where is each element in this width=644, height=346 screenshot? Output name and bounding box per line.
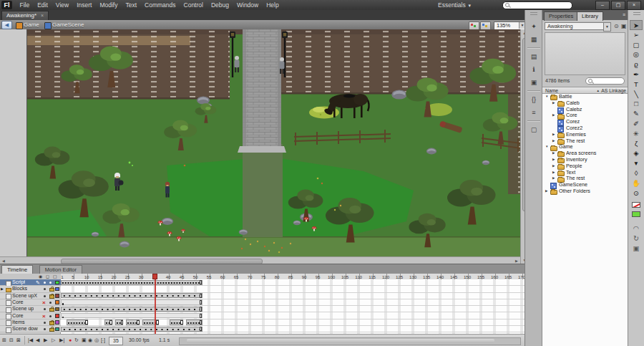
playhead-marker[interactable] [152,274,157,279]
visibility-hidden-icon[interactable]: × [42,299,46,306]
frame-span-end[interactable] [200,307,203,311]
step-forward-button[interactable]: ▷ [52,337,55,344]
document-tab[interactable]: Awakening*× [1,11,49,21]
rectangle-tool[interactable]: □ [630,99,643,109]
code-snippets-icon[interactable]: {} [525,95,542,105]
free-transform-tool[interactable]: ▢ [630,40,643,50]
edit-symbol-icon[interactable] [480,21,491,30]
lock-icon[interactable] [49,288,54,292]
pen-tool[interactable]: ✒ [630,69,643,80]
menu-modify[interactable]: Modify [96,0,122,10]
scroll-right-icon[interactable]: ▶ [513,258,520,264]
frames-items[interactable] [61,319,525,326]
layer-expander-icon[interactable]: ▶ [1,286,4,292]
new-library-panel-icon[interactable]: ▣ [621,23,627,30]
new-layer-button[interactable]: ⊞ [2,337,6,344]
tree-expander-icon[interactable]: ▶ [545,188,547,195]
close-tab-icon[interactable]: × [41,13,44,18]
outline-color-swatch[interactable] [55,287,59,292]
menu-view[interactable]: View [52,0,72,10]
library-item-people[interactable]: ▶People [542,163,628,170]
library-item-text[interactable]: ▶Text [542,170,628,176]
lock-icon[interactable] [49,308,54,312]
outline-all-icon[interactable]: ▢ [53,274,57,279]
scroll-left-icon[interactable]: ◀ [0,258,7,264]
frame-span[interactable] [61,293,203,298]
close-button[interactable]: × [627,1,641,10]
frame-span-end[interactable] [200,280,203,284]
maximize-button[interactable]: ▢ [611,1,625,10]
visibility-hidden-icon[interactable]: × [42,313,46,319]
tree-expander-icon[interactable]: ▼ [545,94,548,100]
menu-control[interactable]: Control [180,0,207,10]
frames-core[interactable] [61,313,525,319]
tree-expander-icon[interactable]: ▶ [552,150,555,157]
frames-blocks[interactable] [61,286,525,292]
hand-tool[interactable]: ✋ [630,178,643,188]
zoom-tool[interactable]: ⊙ [630,188,643,198]
bone-tool[interactable]: ζ [630,139,643,149]
loop-button[interactable]: ↻ [74,337,79,344]
frame-span-end[interactable] [137,320,140,325]
frame-span-end[interactable] [109,320,112,325]
paint-bucket-tool[interactable]: ◈ [630,148,643,158]
library-item-caleb[interactable]: ▶Caleb [542,100,628,107]
tree-expander-icon[interactable]: ▶ [552,100,555,107]
layer-scene-up[interactable]: Scene up [0,306,61,312]
frame-span-end[interactable] [180,320,183,325]
library-item-enemies[interactable]: ▶Enemies [542,132,628,138]
outline-color-swatch[interactable] [55,314,59,318]
library-item-calebz[interactable]: Calebz [542,107,628,113]
library-item-battle[interactable]: ▼Battle [542,94,628,100]
library-item-list[interactable]: ▼Battle▶CalebCalebz▶CoreCorezCorez2▶Enem… [542,94,628,346]
lock-icon[interactable] [49,294,54,299]
stroke-color-swatch[interactable] [632,202,640,208]
library-item-core[interactable]: ▶Core [542,112,628,119]
tools-grip[interactable] [633,12,640,15]
color-icon[interactable]: ▤ [525,52,542,62]
column-as-linkage[interactable]: AS Linkage [601,88,626,93]
visibility-dot[interactable] [44,308,46,310]
deco-tool[interactable]: ✳ [630,129,643,139]
frame-span-end[interactable] [200,314,203,318]
layer-blocks[interactable]: ▶Blocks [0,286,61,292]
layer-script[interactable]: Script✎ [0,279,61,286]
edit-multiple-frames-button[interactable]: [∙] [101,337,105,344]
tool-option-icon[interactable]: ↻ [630,234,643,244]
game-scene-canvas[interactable] [26,29,520,256]
scrollbar-thumb[interactable] [187,339,494,343]
layer-core[interactable]: Core× [0,313,61,319]
frame-span-end[interactable] [200,320,203,325]
visibility-dot[interactable] [44,288,46,290]
frame-span[interactable] [61,280,203,285]
outline-color-swatch[interactable] [55,307,59,312]
info-icon[interactable]: ℹ [525,64,542,75]
outline-color-swatch[interactable] [55,281,59,285]
library-item-corez[interactable]: Corez [542,119,628,125]
dock-grip[interactable] [530,12,537,15]
lock-icon[interactable] [49,328,54,332]
tree-expander-icon[interactable]: ▶ [552,176,555,182]
step-back-button[interactable]: ◀ [36,337,39,344]
back-button[interactable]: ◀ [1,21,12,29]
tree-expander-icon[interactable]: ▶ [552,112,555,119]
line-tool[interactable]: ╲ [630,90,643,100]
frame-span-end[interactable] [200,300,203,304]
lock-dot[interactable] [49,302,52,304]
menu-file[interactable]: File [16,0,34,10]
outline-color-swatch[interactable] [55,294,59,298]
frames-scene-down[interactable] [61,326,525,332]
onion-outline-button[interactable]: ◎ [94,337,99,344]
tree-expander-icon[interactable]: ▶ [552,163,555,170]
library-item-inventory[interactable]: ▶Inventory [542,157,628,163]
swatches-icon[interactable]: ▦ [525,34,542,45]
lock-dot[interactable] [49,315,52,317]
menu-help[interactable]: Help [263,0,283,10]
lasso-tool[interactable]: ϱ [630,59,643,69]
layer-core[interactable]: Core× [0,299,61,306]
frame-span-end[interactable] [121,320,124,325]
frame-span[interactable] [61,299,203,304]
frame-span-end[interactable] [200,327,203,331]
go-last-frame-button[interactable]: ▶| [59,337,64,344]
frame-span-end[interactable] [156,320,159,325]
